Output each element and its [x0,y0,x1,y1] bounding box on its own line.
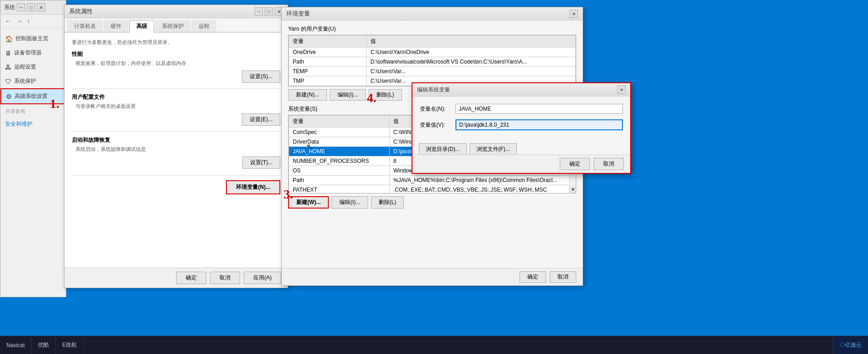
startup-settings-btn[interactable]: 设置(T)... [242,156,280,169]
tab-hardware[interactable]: 硬件 [104,20,129,32]
sysattr-window: 系统属性 ─ □ ✕ 计算机名 硬件 高级 系统保护 远程 要进行大多数更改，您… [64,5,288,288]
sidebar-protection-label: 系统保护 [14,77,36,85]
user-edit-btn[interactable]: 编辑(I)... [330,89,366,101]
sidebar-devices-label: 设备管理器 [14,49,42,57]
taskbar-elunav[interactable]: E路航 [56,336,84,354]
sys-edit-btn[interactable]: 编辑(I)... [332,196,368,209]
sidebar-item-home[interactable]: 🏠 控制面板主页 [0,32,66,46]
profile-settings-btn[interactable]: 设置(E)... [242,113,280,126]
back-btn[interactable]: ← [4,16,12,26]
editvar-val-input[interactable] [455,119,623,130]
user-delete-btn[interactable]: 删除(L) [369,89,402,101]
sys-val-5: %JAVA_HOME%\bin;C:\Program Files (x86)\C… [390,176,576,185]
sys-var-0: ComSpec [289,128,390,137]
user-vars-table-wrap: 变量 值 OneDrive C:\Users\Yaro\OneDrive Pat… [288,35,576,86]
tab-protection[interactable]: 系统保护 [155,20,191,32]
sys-var-2: JAVA_HOME [289,147,390,156]
taskbar: Navicat 优酷 E路航 ◇亿速云 [0,336,868,354]
env-cancel-btn[interactable]: 取消 [550,271,576,283]
taskbar-youku[interactable]: 优酷 [32,336,56,354]
user-col-var: 变量 [289,36,367,48]
admin-note: 要进行大多数更改，您必须作为管理员登录。 [72,39,280,46]
another-ref: 另请参阅 [0,104,66,118]
sidebar-remote-label: 远程设置 [14,63,36,71]
env-footer: 确定 取消 [282,268,583,285]
editvar-browse-row: 浏览目录(D)... 浏览文件(F)... [419,143,624,156]
perf-settings-btn[interactable]: 设置(S)... [242,70,280,83]
editvar-close-btn[interactable]: ✕ [617,86,626,94]
user-vars-table: 变量 值 OneDrive C:\Users\Yaro\OneDrive Pat… [289,35,576,86]
profile-title: 用户配置文件 [72,93,280,101]
user-val-0: C:\Users\Yaro\OneDrive [367,48,576,57]
tab-bar: 计算机名 硬件 高级 系统保护 远程 [64,18,288,32]
profile-section: 用户配置文件 与登录帐户相关的桌面设置 设置(E)... [72,93,280,126]
protection-icon: 🛡 [5,78,11,85]
sysattr-body: 要进行大多数更改，您必须作为管理员登录。 性能 视觉效果，处理器计划，内存使用，… [64,32,288,274]
sys-col-var: 变量 [289,116,390,128]
env-close-btn[interactable]: ✕ [570,10,578,18]
editvar-name-row: 变量名(N): [420,104,623,114]
sysattr-ok-btn[interactable]: 确定 [176,272,206,284]
sys-var-1: DriverData [289,137,390,147]
system-titlebar: 系统 ─ □ ✕ [0,0,66,15]
sys-delete-btn[interactable]: 删除(L) [371,196,404,209]
sysattr-footer: 确定 取消 应用(A) [64,268,288,288]
sysattr-cancel-btn[interactable]: 取消 [210,272,240,284]
sidebar-item-protection[interactable]: 🛡 系统保护 [0,74,66,88]
sys-var-5: Path [289,176,390,185]
user-var-1: Path [289,57,367,67]
sidebar-item-devices[interactable]: 🖥 设备管理器 [0,46,66,60]
editvar-ok-btn[interactable]: 确定 [560,158,590,170]
up-btn[interactable]: ↑ [26,16,31,26]
sidebar-advanced-label: 高级系统设置 [15,92,48,100]
home-icon: 🏠 [5,35,13,43]
user-var-0: OneDrive [289,48,367,57]
forward-btn[interactable]: → [15,16,23,26]
system-title: 系统 [4,4,15,11]
startup-title: 启动和故障恢复 [72,136,280,144]
another-item[interactable]: 安全和维护 [0,118,66,130]
advanced-icon: ⚙ [6,93,12,100]
sidebar-item-remote[interactable]: 🖧 远程设置 [0,60,66,74]
sys-new-btn[interactable]: 新建(W)... [288,196,329,209]
sys-btns: 3. 新建(W)... 编辑(I)... 删除(L) [288,196,576,209]
user-new-btn[interactable]: 新建(N)... [288,89,327,101]
taskbar-navicat[interactable]: Navicat [0,336,32,354]
tab-advanced[interactable]: 高级 [129,20,154,32]
env-title: 环境变量 [286,10,310,18]
env-ok-btn[interactable]: 确定 [520,271,546,283]
startup-desc: 系统启动，系统故障和调试信息 [72,146,280,153]
editvar-title: 编辑系统变量 [417,86,450,94]
sidebar-item-advanced[interactable]: ⚙ 高级系统设置 [0,88,66,104]
table-row[interactable]: Path D:\software\visualcode\Microsoft VS… [289,57,576,67]
table-row[interactable]: PATHEXT .COM;.EXE;.BAT;.CMD;.VBS;.VBE;.J… [289,185,576,193]
user-var-3: TMP [289,76,367,86]
close-btn[interactable]: ✕ [37,3,45,11]
user-var-2: TEMP [289,67,367,76]
tab-remote[interactable]: 远程 [192,20,216,32]
remote-icon: 🖧 [5,64,11,71]
table-row[interactable]: Path %JAVA_HOME%\bin;C:\Program Files (x… [289,176,576,185]
perf-title: 性能 [72,50,280,58]
sysattr-maximize[interactable]: □ [265,7,273,16]
editvar-cancel-btn[interactable]: 取消 [594,158,624,170]
browse-file-btn[interactable]: 浏览文件(F)... [470,143,517,156]
table-row[interactable]: TEMP C:\Users\Var... [289,67,576,76]
minimize-btn[interactable]: ─ [17,3,25,11]
env-titlebar: 环境变量 ✕ [282,7,583,21]
system-nav: ← → ↑ [0,15,66,28]
user-col-val: 值 [367,36,576,48]
system-window: 系统 ─ □ ✕ ← → ↑ 🏠 控制面板主页 🖥 设备管理器 🖧 远程设置 🛡… [0,0,66,297]
env-btn[interactable]: 环境变量(N)... [226,180,280,194]
editvar-name-input[interactable] [455,104,623,114]
sysattr-apply-btn[interactable]: 应用(A) [244,272,281,284]
browse-dir-btn[interactable]: 浏览目录(D)... [419,143,467,156]
maximize-btn[interactable]: □ [27,3,35,11]
editvar-titlebar: 编辑系统变量 ✕ [413,83,630,97]
table-row[interactable]: OneDrive C:\Users\Yaro\OneDrive [289,48,576,57]
tab-computer[interactable]: 计算机名 [67,20,103,32]
user-val-1: D:\software\visualcode\Microsoft VS Code… [367,57,576,67]
sysattr-title: 系统属性 [69,7,93,16]
user-val-2: C:\Users\Var... [367,67,576,76]
sysattr-minimize[interactable]: ─ [255,7,263,16]
